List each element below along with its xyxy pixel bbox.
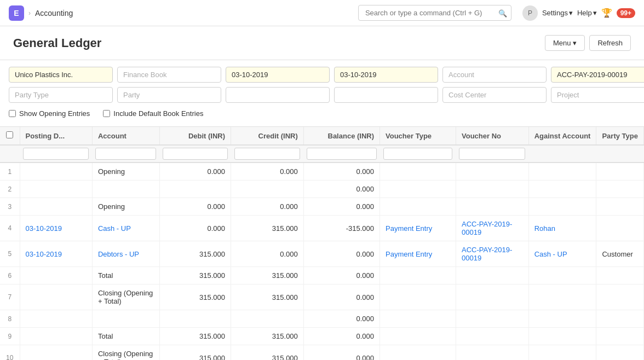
cell-credit: 315.000: [231, 345, 304, 361]
col-checkbox: [0, 127, 20, 145]
col-debit[interactable]: Debit (INR): [159, 127, 231, 145]
col-balance[interactable]: Balance (INR): [303, 127, 380, 145]
filter-voucher-type[interactable]: [383, 148, 453, 160]
cell-credit: 0.000: [231, 162, 304, 181]
cell-balance: 0.000: [303, 162, 380, 181]
cell-credit: 315.000: [231, 328, 304, 345]
cell-balance: 0.000: [303, 310, 380, 328]
checkbox-row: Show Opening Entries Include Default Boo…: [9, 107, 635, 120]
company-filter[interactable]: [9, 67, 113, 83]
filter-posting-date[interactable]: [23, 148, 89, 160]
field4-filter[interactable]: [334, 87, 438, 103]
col-against-account[interactable]: Against Account: [528, 127, 596, 145]
cell-balance: 0.000: [303, 345, 380, 361]
include-default-book-checkbox[interactable]: [103, 110, 110, 117]
cell-voucher-no: [456, 345, 528, 361]
cell-voucher-type: [380, 162, 456, 181]
cell-voucher-no: [456, 198, 528, 216]
cell-debit: 0.000: [159, 198, 231, 216]
to-date-filter[interactable]: [334, 67, 438, 83]
cell-posting-date[interactable]: 03-10-2019: [20, 241, 92, 267]
cell-account[interactable]: Debtors - UP: [92, 241, 159, 267]
table-row: 1Opening0.0000.0000.000: [0, 162, 644, 181]
col-voucher-type[interactable]: Voucher Type: [380, 127, 456, 145]
row-number: 5: [0, 241, 20, 267]
cell-posting-date[interactable]: 03-10-2019: [20, 216, 92, 241]
cell-balance: 0.000: [303, 181, 380, 198]
cell-posting-date: [20, 310, 92, 328]
row-number: 10: [0, 345, 20, 361]
ledger-table: Posting D... Account Debit (INR) Credit …: [0, 127, 644, 360]
filter-row-2: [9, 87, 635, 103]
cell-against-account: [528, 181, 596, 198]
cell-account[interactable]: Cash - UP: [92, 216, 159, 241]
filters-section: Show Opening Entries Include Default Boo…: [0, 60, 644, 127]
col-voucher-no[interactable]: Voucher No: [456, 127, 528, 145]
cell-voucher-type: [380, 181, 456, 198]
ledger-table-container: Posting D... Account Debit (INR) Credit …: [0, 127, 644, 360]
finance-book-filter[interactable]: [117, 67, 221, 83]
cell-against-account: [528, 198, 596, 216]
cell-debit: 315.000: [159, 345, 231, 361]
cost-center-filter[interactable]: [442, 87, 547, 103]
help-button[interactable]: Help ▾: [577, 9, 597, 17]
cell-party-type: [596, 181, 644, 198]
settings-button[interactable]: Settings ▾: [542, 9, 573, 17]
nav-right-actions: P Settings ▾ Help ▾ 🏆 99+: [522, 5, 635, 21]
search-bar: 🔍: [358, 5, 511, 21]
cell-voucher-no[interactable]: ACC-PAY-2019-00019: [456, 216, 528, 241]
cell-voucher-type[interactable]: Payment Entry: [380, 241, 456, 267]
col-credit[interactable]: Credit (INR): [231, 127, 304, 145]
search-input[interactable]: [358, 5, 511, 21]
table-row: 9Total315.000315.0000.000: [0, 328, 644, 345]
cell-credit: 0.000: [231, 241, 304, 267]
select-all-checkbox[interactable]: [6, 131, 13, 138]
voucher-filter[interactable]: [551, 67, 644, 83]
cell-balance: 0.000: [303, 328, 380, 345]
refresh-button[interactable]: Refresh: [589, 35, 631, 51]
cell-account: Opening: [92, 162, 159, 181]
cell-posting-date: [20, 267, 92, 284]
menu-button[interactable]: Menu ▾: [545, 35, 585, 51]
cell-voucher-type: [380, 284, 456, 310]
app-icon[interactable]: E: [9, 5, 24, 21]
field3-filter[interactable]: [226, 87, 330, 103]
cell-voucher-type[interactable]: Payment Entry: [380, 216, 456, 241]
cell-posting-date: [20, 345, 92, 361]
cell-against-account[interactable]: Cash - UP: [528, 241, 596, 267]
cell-account: Total: [92, 328, 159, 345]
header-actions: Menu ▾ Refresh: [545, 35, 631, 51]
party-filter[interactable]: [117, 87, 221, 103]
notification-badge[interactable]: 99+: [617, 8, 635, 18]
table-row: 503-10-2019Debtors - UP315.0000.0000.000…: [0, 241, 644, 267]
from-date-filter[interactable]: [226, 67, 330, 83]
col-account[interactable]: Account: [92, 127, 159, 145]
cell-voucher-type: [380, 267, 456, 284]
cell-voucher-no[interactable]: ACC-PAY-2019-00019: [456, 241, 528, 267]
settings-chevron-icon: ▾: [569, 9, 573, 17]
cell-against-account[interactable]: Rohan: [528, 216, 596, 241]
cell-voucher-no: [456, 328, 528, 345]
filter-voucher-no[interactable]: [459, 148, 525, 160]
show-opening-entries-label[interactable]: Show Opening Entries: [9, 109, 90, 118]
row-number: 4: [0, 216, 20, 241]
account-filter[interactable]: [442, 67, 547, 83]
filter-credit[interactable]: [234, 148, 301, 160]
project-filter[interactable]: [551, 87, 644, 103]
table-filter-row: [0, 145, 644, 162]
filter-balance[interactable]: [307, 148, 376, 160]
table-row: 7Closing (Opening + Total)315.000315.000…: [0, 284, 644, 310]
col-posting-date[interactable]: Posting D...: [20, 127, 92, 145]
help-chevron-icon: ▾: [593, 9, 597, 17]
cell-account: Closing (Opening + Total): [92, 284, 159, 310]
party-type-filter[interactable]: [9, 87, 113, 103]
avatar[interactable]: P: [522, 5, 538, 21]
col-party-type[interactable]: Party Type: [596, 127, 644, 145]
filter-debit[interactable]: [163, 148, 227, 160]
filter-account[interactable]: [95, 148, 156, 160]
cell-debit: 315.000: [159, 267, 231, 284]
cell-credit: [231, 181, 304, 198]
include-default-book-label[interactable]: Include Default Book Entries: [103, 109, 203, 118]
show-opening-entries-checkbox[interactable]: [9, 110, 16, 117]
cell-voucher-no: [456, 267, 528, 284]
